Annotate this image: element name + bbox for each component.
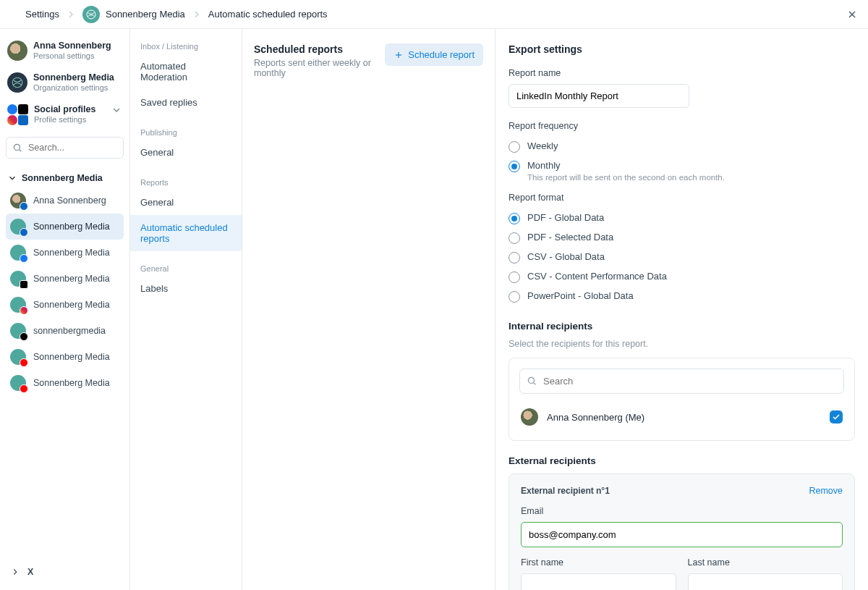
plus-icon [393, 50, 404, 60]
chevron-down-icon[interactable] [111, 104, 122, 118]
nav-publishing-general[interactable]: General [130, 140, 242, 165]
format-csv-content[interactable]: CSV - Content Performance Data [509, 267, 855, 287]
report-name-input[interactable] [509, 84, 689, 108]
close-icon[interactable] [846, 9, 858, 22]
user-avatar [521, 408, 538, 426]
chevron-right-icon [65, 9, 77, 20]
profile-label: Anna Sonnenberg [33, 195, 106, 206]
search-icon [12, 143, 22, 155]
personal-settings-link[interactable]: Anna Sonnenberg Personal settings [6, 36, 124, 65]
radio-icon [509, 141, 520, 153]
email-input[interactable] [521, 522, 843, 547]
social-sub: Profile settings [34, 115, 95, 124]
external-recipients-title: External recipients [509, 455, 855, 466]
report-name-label: Report name [509, 68, 855, 78]
format-csv-global[interactable]: CSV - Global Data [509, 248, 855, 267]
profile-label: Sonnenberg Media [33, 274, 110, 284]
lastname-label: Last name [688, 557, 843, 568]
profile-avatar [10, 349, 26, 365]
frequency-monthly[interactable]: MonthlyThis report will be sent on the s… [509, 156, 855, 185]
lastname-input[interactable] [688, 573, 843, 590]
org-logo-icon [82, 6, 100, 23]
social-name: Social profiles [34, 104, 95, 115]
settings-sidebar: Anna Sonnenberg Personal settings Sonnen… [0, 29, 130, 590]
chevron-right-icon [10, 567, 20, 577]
format-pdf-selected[interactable]: PDF - Selected Data [509, 228, 855, 248]
profile-avatar [10, 375, 26, 391]
user-name: Anna Sonnenberg [33, 41, 111, 51]
svg-line-9 [534, 383, 536, 385]
internal-recipient-row[interactable]: Anna Sonnenberg (Me) [519, 404, 844, 430]
schedule-button-label: Schedule report [408, 49, 475, 60]
breadcrumb-root[interactable]: Settings [25, 9, 59, 20]
internal-recipients-box: Anna Sonnenberg (Me) [509, 358, 855, 441]
nav-group-inbox: Inbox / Listening [130, 39, 242, 54]
nav-group-general: General [130, 261, 242, 276]
tree-x-label: X [27, 567, 33, 577]
monthly-label: Monthly [527, 160, 725, 171]
weekly-label: Weekly [527, 140, 558, 151]
profile-label: Sonnenberg Media [33, 378, 110, 388]
radio-icon [509, 291, 520, 303]
profile-avatar [10, 271, 26, 287]
profile-item[interactable]: sonnenbergmedia [6, 318, 124, 344]
nav-reports-general[interactable]: General [130, 190, 242, 215]
search-input[interactable] [6, 137, 124, 159]
tree-collapsed-x[interactable]: X [6, 561, 124, 583]
svg-point-8 [528, 377, 534, 383]
profile-avatar [10, 323, 26, 339]
profile-item[interactable]: Sonnenberg Media [6, 344, 124, 370]
tree-org-toggle[interactable]: Sonnenberg Media [6, 169, 124, 187]
external-recipient-card: External recipient n°1 Remove Email Firs… [509, 473, 855, 590]
org-name: Sonnenberg Media [33, 72, 114, 83]
format-ppt-global[interactable]: PowerPoint - Global Data [509, 287, 855, 306]
breadcrumb-org[interactable]: Sonnenberg Media [82, 6, 185, 23]
email-label: Email [521, 506, 843, 516]
profile-item[interactable]: Sonnenberg Media [6, 292, 124, 318]
nav-group-publishing: Publishing [130, 125, 242, 140]
profile-item[interactable]: Sonnenberg Media [6, 370, 124, 396]
chevron-down-icon [7, 173, 17, 183]
schedule-report-button[interactable]: Schedule report [385, 43, 483, 66]
radio-icon [509, 232, 520, 244]
profile-item[interactable]: Sonnenberg Media [6, 240, 124, 266]
search-icon [527, 376, 537, 388]
scheduled-subtitle: Reports sent either weekly or monthly [254, 58, 384, 78]
profile-label: sonnenbergmedia [33, 326, 106, 336]
profile-item[interactable]: Sonnenberg Media [6, 266, 124, 292]
tree-org-label: Sonnenberg Media [22, 173, 103, 183]
firstname-input[interactable] [521, 573, 676, 590]
checkbox-checked-icon[interactable] [830, 410, 843, 423]
format-pdf-global[interactable]: PDF - Global Data [509, 208, 855, 228]
profile-item[interactable]: Anna Sonnenberg [6, 187, 124, 214]
org-sub: Organization settings [33, 83, 114, 92]
profile-avatar [10, 193, 26, 208]
settings-nav: Inbox / Listening Automated Moderation S… [130, 29, 242, 590]
user-sub: Personal settings [33, 51, 111, 60]
frequency-label: Report frequency [509, 121, 855, 131]
nav-saved-replies[interactable]: Saved replies [130, 90, 242, 115]
radio-icon [509, 161, 520, 172]
nav-automated-moderation[interactable]: Automated Moderation [130, 54, 242, 90]
profile-item[interactable]: Sonnenberg Media [6, 214, 124, 240]
export-settings-panel: Export settings Report name Report frequ… [495, 29, 868, 590]
internal-recipients-help: Select the recipients for this report. [509, 339, 855, 349]
internal-recipient-name: Anna Sonnenberg (Me) [547, 412, 644, 423]
nav-labels[interactable]: Labels [130, 276, 242, 301]
social-icons [7, 104, 28, 125]
scheduled-title: Scheduled reports [254, 43, 384, 55]
nav-group-reports: Reports [130, 175, 242, 190]
social-profiles-link[interactable]: Social profiles Profile settings [6, 100, 124, 130]
radio-icon [509, 213, 520, 224]
radio-icon [509, 271, 520, 283]
nav-auto-scheduled-reports[interactable]: Automatic scheduled reports [130, 215, 242, 251]
org-settings-link[interactable]: Sonnenberg Media Organization settings [6, 68, 124, 97]
profile-label: Sonnenberg Media [33, 300, 110, 310]
profile-avatar [10, 219, 26, 235]
svg-point-0 [87, 10, 95, 19]
svg-point-4 [14, 144, 20, 150]
svg-point-3 [12, 77, 22, 88]
internal-recipient-search[interactable] [519, 368, 844, 394]
frequency-weekly[interactable]: Weekly [509, 137, 855, 156]
remove-recipient-link[interactable]: Remove [809, 486, 843, 496]
